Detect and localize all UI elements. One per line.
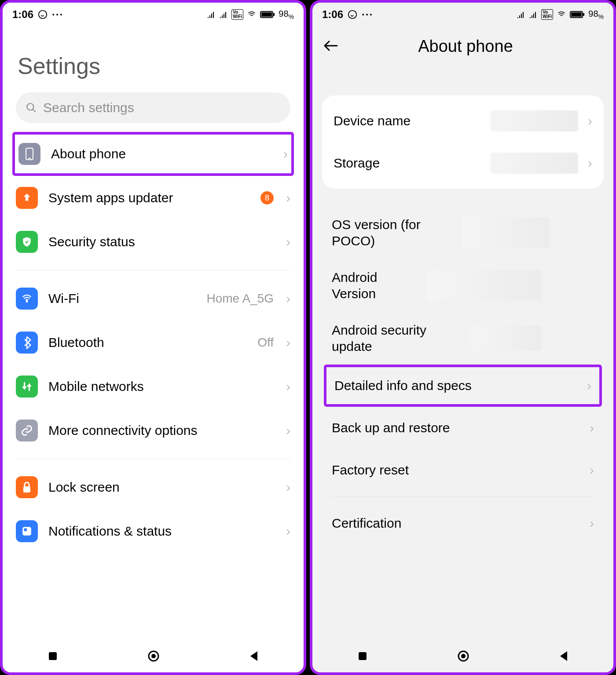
chevron-right-icon: ›: [588, 156, 592, 171]
signal-2-icon: [219, 11, 228, 18]
chevron-right-icon: ›: [590, 463, 594, 478]
phone-icon: [18, 143, 40, 165]
status-bar: 1:06 ··· VoWiFi 98%: [312, 3, 613, 26]
signal-1-icon: [517, 11, 525, 18]
whatsapp-icon: [348, 10, 357, 19]
battery-percent: 98%: [588, 9, 604, 20]
more-icon: ···: [362, 8, 373, 21]
screen-settings: 1:06 ··· VoWiFi 98% Settings Search sett…: [0, 0, 306, 675]
redacted-value: [490, 110, 578, 131]
nav-recent-icon[interactable]: [357, 650, 368, 664]
row-os-version[interactable]: OS version (for POCO): [324, 206, 602, 259]
nav-back-icon[interactable]: [249, 650, 259, 664]
row-android-version[interactable]: Android Version: [324, 259, 602, 312]
battery-icon: [260, 11, 275, 18]
redacted-value: [490, 153, 578, 174]
search-icon: [26, 102, 37, 113]
signal-1-icon: [207, 11, 216, 18]
link-icon: [16, 420, 38, 441]
divider: [332, 496, 594, 497]
chevron-right-icon: ›: [286, 524, 290, 539]
status-time: 1:06: [322, 8, 343, 21]
svg-rect-9: [22, 527, 31, 536]
chevron-right-icon: ›: [286, 291, 290, 306]
svg-point-7: [26, 301, 28, 302]
battery-icon: [570, 11, 585, 18]
svg-rect-17: [583, 13, 584, 16]
divider: [16, 459, 290, 459]
svg-point-0: [39, 11, 47, 18]
nav-home-icon[interactable]: [147, 649, 160, 664]
updater-icon: [16, 187, 38, 209]
row-device-name[interactable]: Device name ›: [326, 100, 600, 142]
nav-home-icon[interactable]: [457, 649, 470, 664]
chevron-right-icon: ›: [286, 379, 290, 394]
battery-percent: 98%: [279, 9, 294, 20]
status-bar: 1:06 ··· VoWiFi 98%: [3, 3, 304, 26]
redacted-value: [462, 217, 550, 248]
vowifi-icon: VoWiFi: [541, 9, 553, 20]
svg-point-20: [461, 654, 466, 658]
row-system-apps-updater[interactable]: System apps updater 8 ›: [12, 176, 294, 220]
chevron-right-icon: ›: [286, 190, 290, 205]
nav-back-icon[interactable]: [558, 650, 569, 664]
svg-rect-8: [23, 486, 30, 493]
notifications-icon: [16, 520, 38, 542]
bluetooth-value: Off: [257, 336, 274, 350]
svg-rect-10: [24, 529, 27, 532]
row-backup-and-restore[interactable]: Back up and restore ›: [324, 407, 602, 449]
svg-point-14: [348, 11, 356, 18]
topbar: About phone: [312, 26, 613, 60]
row-wifi[interactable]: Wi-Fi Home A_5G ›: [12, 277, 294, 321]
chevron-right-icon: ›: [286, 234, 290, 249]
more-icon: ···: [52, 8, 63, 21]
chevron-right-icon: ›: [587, 378, 591, 393]
row-mobile-networks[interactable]: Mobile networks ›: [12, 365, 294, 409]
redacted-value: [427, 270, 541, 301]
signal-2-icon: [529, 11, 538, 18]
back-icon[interactable]: [323, 40, 339, 54]
row-lock-screen[interactable]: Lock screen ›: [12, 465, 294, 509]
row-android-security-update[interactable]: Android security update: [324, 312, 602, 365]
search-placeholder: Search settings: [43, 100, 134, 115]
divider: [16, 270, 290, 270]
android-navbar: [312, 642, 613, 672]
svg-rect-16: [571, 12, 582, 17]
svg-rect-2: [261, 12, 272, 17]
mobile-data-icon: [16, 376, 38, 398]
redacted-value: [471, 326, 541, 350]
whatsapp-icon: [38, 10, 48, 19]
svg-rect-3: [273, 13, 275, 16]
chevron-right-icon: ›: [590, 420, 594, 435]
chevron-right-icon: ›: [283, 146, 288, 161]
row-certification[interactable]: Certification ›: [324, 502, 602, 544]
row-notifications[interactable]: Notifications & status ›: [12, 509, 294, 553]
page-title: About phone: [349, 37, 582, 56]
chevron-right-icon: ›: [588, 113, 592, 128]
wifi-value: Home A_5G: [206, 292, 274, 306]
wifi-icon: [247, 11, 257, 18]
row-factory-reset[interactable]: Factory reset ›: [324, 449, 602, 491]
row-bluetooth[interactable]: Bluetooth Off ›: [12, 321, 294, 365]
chevron-right-icon: ›: [590, 516, 594, 531]
row-more-connectivity[interactable]: More connectivity options ›: [12, 409, 294, 452]
status-time: 1:06: [12, 8, 33, 21]
page-title: Settings: [3, 26, 304, 92]
shield-icon: [16, 231, 38, 253]
bluetooth-icon: [16, 332, 38, 354]
row-about-phone[interactable]: About phone ›: [12, 132, 294, 176]
search-input[interactable]: Search settings: [16, 92, 290, 123]
row-storage[interactable]: Storage ›: [326, 142, 600, 184]
svg-rect-6: [28, 158, 31, 159]
row-detailed-info-and-specs[interactable]: Detailed info and specs ›: [324, 365, 602, 407]
chevron-right-icon: ›: [286, 423, 290, 438]
row-security-status[interactable]: Security status ›: [12, 220, 294, 264]
wifi-icon: [557, 11, 566, 18]
screen-about-phone: 1:06 ··· VoWiFi 98% About phone Device n…: [310, 0, 616, 675]
nav-recent-icon[interactable]: [47, 650, 59, 664]
wifi-settings-icon: [16, 288, 38, 310]
svg-rect-18: [359, 652, 367, 660]
svg-rect-11: [49, 652, 57, 660]
chevron-right-icon: ›: [286, 480, 290, 495]
chevron-right-icon: ›: [286, 335, 290, 350]
